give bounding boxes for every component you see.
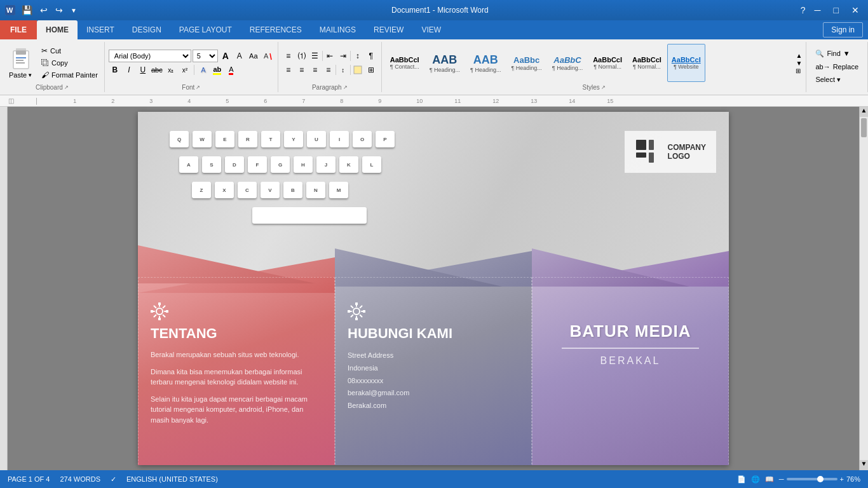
- sort-btn[interactable]: ↕: [351, 50, 364, 62]
- sign-in-button[interactable]: Sign in: [823, 22, 863, 37]
- text-highlight-btn[interactable]: ab: [211, 64, 224, 76]
- clipboard-expand-btn[interactable]: ↗: [64, 85, 69, 90]
- copy-button[interactable]: ⿻ Copy: [39, 57, 100, 69]
- editing-group-content: 🔍 Find ▼ ab→ Replace Select ▾: [810, 43, 864, 90]
- styles-scroll-down-btn[interactable]: ▼: [796, 60, 802, 67]
- increase-indent-btn[interactable]: ⇥: [337, 50, 349, 62]
- show-formatting-btn[interactable]: ¶: [365, 50, 377, 62]
- redo-btn[interactable]: ↪: [53, 4, 65, 17]
- tab-references[interactable]: REFERENCES: [241, 20, 311, 39]
- format-painter-button[interactable]: 🖌 Format Painter: [39, 69, 100, 81]
- close-btn[interactable]: ✕: [848, 4, 863, 17]
- font-size-select[interactable]: 5: [193, 50, 218, 62]
- save-quick-btn[interactable]: 💾: [19, 4, 35, 17]
- minimize-btn[interactable]: ─: [811, 4, 825, 17]
- text-effects-btn[interactable]: A: [197, 64, 210, 76]
- paragraph-expand-btn[interactable]: ↗: [343, 85, 348, 90]
- bold-btn[interactable]: B: [109, 64, 121, 76]
- scroll-track[interactable]: [860, 117, 868, 460]
- align-left-btn[interactable]: ≡: [282, 64, 295, 76]
- panel-hubungi[interactable]: HUBUNGI KAMI Street Address Indonesia 08…: [335, 277, 532, 465]
- borders-btn[interactable]: ⊞: [365, 64, 377, 76]
- justify-btn[interactable]: ≡: [322, 64, 335, 76]
- view-print-icon[interactable]: 📄: [737, 475, 746, 484]
- panel-tentang[interactable]: TENTANG Berakal merupakan sebuah situs w…: [138, 277, 335, 465]
- change-case-btn[interactable]: Aa: [247, 50, 260, 62]
- zoom-minus-btn[interactable]: ─: [779, 475, 784, 483]
- bullet-list-btn[interactable]: ≡: [282, 50, 295, 62]
- multilevel-list-btn[interactable]: ☰: [309, 50, 322, 62]
- help-icon[interactable]: ?: [801, 5, 806, 15]
- quick-access-more-btn[interactable]: ▼: [68, 6, 79, 15]
- tab-file[interactable]: FILE: [0, 20, 37, 39]
- replace-button[interactable]: ab→ Replace: [813, 62, 861, 72]
- align-center-btn[interactable]: ≡: [295, 64, 308, 76]
- panel-batur[interactable]: BATUR MEDIA BERAKAL: [532, 277, 729, 465]
- document-area[interactable]: Q W E R T Y U I O P A S: [8, 107, 859, 470]
- font-family-select[interactable]: Arial (Body): [109, 50, 191, 62]
- scroll-down-btn[interactable]: ▼: [860, 460, 868, 470]
- font-grow-btn[interactable]: A: [219, 50, 232, 62]
- maximize-btn[interactable]: □: [830, 4, 843, 17]
- style-item-heading3[interactable]: AaBbc ¶ Heading...: [506, 44, 546, 82]
- language[interactable]: ENGLISH (UNITED STATES): [126, 475, 218, 483]
- tab-review[interactable]: REVIEW: [365, 20, 412, 39]
- style-item-normal2[interactable]: AaBbCcI ¶ Normal...: [628, 44, 666, 82]
- document[interactable]: Q W E R T Y U I O P A S: [138, 112, 729, 465]
- tab-page-layout[interactable]: PAGE LAYOUT: [170, 20, 241, 39]
- document-check-icon[interactable]: ✓: [111, 475, 116, 484]
- styles-more-btn[interactable]: ⊞: [796, 67, 802, 74]
- undo-btn[interactable]: ↩: [37, 4, 50, 17]
- find-button[interactable]: 🔍 Find ▼: [813, 48, 861, 59]
- zoom-thumb[interactable]: [817, 476, 824, 482]
- style-item-contact[interactable]: AaBbCcI ¶ Contact...: [386, 44, 424, 82]
- clipboard-group: Paste ▼ ✂ Cut ⿻ Copy 🖌 Format P: [0, 42, 105, 92]
- style-item-website[interactable]: AaBbCcI ¶ Website: [667, 44, 705, 82]
- styles-expand-btn[interactable]: ↗: [601, 85, 606, 90]
- scroll-up-btn[interactable]: ▲: [860, 107, 868, 117]
- zoom-slider[interactable]: [787, 478, 837, 480]
- find-arrow[interactable]: ▼: [843, 50, 850, 57]
- subscript-btn[interactable]: x₂: [165, 64, 177, 76]
- font-shrink-btn[interactable]: A: [233, 50, 246, 62]
- tab-insert[interactable]: INSERT: [78, 20, 123, 39]
- decrease-indent-btn[interactable]: ⇤: [323, 50, 336, 62]
- zoom-plus-btn[interactable]: +: [840, 475, 844, 483]
- style-item-heading1[interactable]: AAB ¶ Heading...: [425, 44, 465, 82]
- vertical-scrollbar[interactable]: ▲ ▼: [859, 107, 868, 470]
- style-item-normal[interactable]: AaBbCcI ¶ Normal...: [588, 44, 627, 82]
- shading-btn[interactable]: [351, 64, 364, 76]
- tab-mailings[interactable]: MAILINGS: [311, 20, 365, 39]
- view-web-icon[interactable]: 🌐: [751, 475, 760, 484]
- para-divider1: [322, 51, 323, 61]
- paste-arrow[interactable]: ▼: [27, 72, 32, 78]
- font-expand-btn[interactable]: ↗: [196, 85, 200, 90]
- editing-controls: 🔍 Find ▼ ab→ Replace Select ▾: [810, 47, 864, 86]
- view-read-icon[interactable]: 📖: [765, 475, 774, 484]
- tab-home[interactable]: HOME: [37, 20, 78, 39]
- tab-design[interactable]: DESIGN: [123, 20, 170, 39]
- svg-rect-4: [16, 51, 26, 55]
- paste-icon: [11, 47, 31, 71]
- align-right-btn[interactable]: ≡: [309, 64, 322, 76]
- select-button[interactable]: Select ▾: [813, 74, 861, 85]
- paste-label: Paste: [9, 71, 27, 79]
- numbered-list-btn[interactable]: ⑴: [295, 50, 308, 62]
- font-color-btn[interactable]: A: [225, 64, 238, 76]
- italic-btn[interactable]: I: [123, 64, 135, 76]
- font-divider: [194, 65, 194, 75]
- copy-label: Copy: [51, 59, 68, 67]
- style-item-heading2[interactable]: AAB ¶ Heading...: [466, 44, 505, 82]
- line-spacing-btn[interactable]: ↕: [337, 64, 349, 76]
- superscript-btn[interactable]: x²: [179, 64, 191, 76]
- scroll-thumb[interactable]: [861, 118, 867, 137]
- strikethrough-btn[interactable]: abc: [151, 64, 163, 76]
- underline-btn[interactable]: U: [137, 64, 149, 76]
- clear-formatting-btn[interactable]: A: [261, 50, 274, 62]
- tab-view[interactable]: VIEW: [412, 20, 450, 39]
- cut-button[interactable]: ✂ Cut: [39, 45, 100, 57]
- panels-row: TENTANG Berakal merupakan sebuah situs w…: [138, 277, 729, 465]
- paste-button[interactable]: Paste ▼: [4, 44, 37, 81]
- styles-scroll-up-btn[interactable]: ▲: [796, 52, 802, 59]
- style-item-heading4[interactable]: AaBbC ¶ Heading...: [548, 44, 587, 82]
